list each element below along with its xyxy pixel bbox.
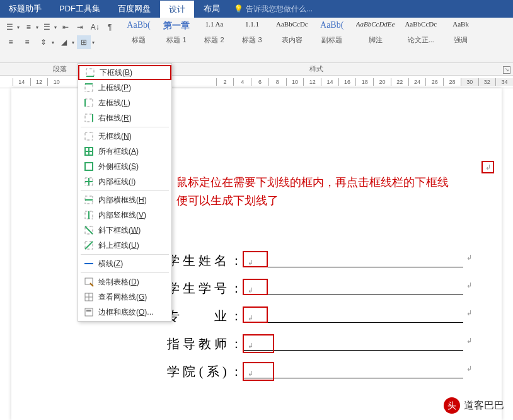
styles-gallery: AaBb(标题 第一章标题 1 1.1 Aa标题 2 1.1.1标题 3 AaB… [120, 18, 513, 62]
svg-rect-0 [86, 69, 94, 76]
svg-line-21 [85, 226, 93, 234]
numbering-button[interactable]: ≡ [22, 20, 34, 34]
multilevel-button[interactable]: ☰ [41, 20, 53, 34]
form-fields: 学生姓名： ↲↲ 学生学号： ↲↲ 专 业： ↲↲ 指导教师： ↲↲ 学院(系)… [167, 252, 463, 391]
svg-rect-31 [86, 310, 91, 312]
svg-line-23 [85, 242, 93, 249]
svg-rect-12 [85, 163, 93, 170]
border-menu-diagd[interactable]: 斜下框线(W) [78, 223, 171, 238]
field-teacher: 指导教师： ↲↲ [167, 335, 463, 363]
tab-design[interactable]: 设计 [159, 0, 195, 18]
border-menu-diagu[interactable]: 斜上框线(U) [78, 238, 171, 253]
svg-rect-4 [85, 99, 93, 107]
watermark-avatar: 头 [444, 397, 460, 414]
sort-button[interactable]: A↓ [89, 20, 101, 34]
style-body[interactable]: AaBbCcDc论文正... [400, 18, 442, 62]
annotation-text: 鼠标定位在需要下划线的框内，再点击框线栏的下框线 便可以生成下划线了 [176, 173, 449, 210]
svg-rect-2 [85, 84, 93, 91]
border-menu-outside[interactable]: 外侧框线(S) [78, 159, 171, 174]
corner-highlight: ↲ [481, 161, 494, 173]
style-heading2[interactable]: 1.1 Aa标题 2 [195, 18, 233, 62]
style-emphasis[interactable]: AaBk强调 [442, 18, 480, 62]
tab-layout[interactable]: 布局 [195, 0, 229, 18]
grid-border-icon [83, 291, 95, 303]
tab-pdf-tools[interactable]: PDF工具集 [50, 0, 109, 18]
bullets-button[interactable]: ☰ [4, 20, 16, 34]
field-major: 专 业： ↲↲ [167, 308, 463, 335]
tab-title-helper[interactable]: 标题助手 [0, 0, 50, 18]
style-footnote[interactable]: AaBbCcDdEe脚注 [351, 18, 400, 62]
bottom-border-icon [84, 67, 96, 78]
show-marks-button[interactable]: ¶ [104, 20, 116, 34]
svg-rect-6 [85, 114, 93, 122]
border-menu-none[interactable]: 无框线(N) [78, 129, 171, 144]
draw-border-icon [83, 276, 95, 288]
outside-border-icon [83, 161, 95, 172]
watermark-text: 道客巴巴 [464, 399, 504, 412]
indent-decrease-button[interactable]: ⇤ [59, 20, 71, 34]
border-menu-inside[interactable]: 内部框线(I) [78, 174, 171, 189]
border-menu-inh[interactable]: 内部横框线(H) [78, 192, 171, 207]
line-spacing-button[interactable]: ⇕ [37, 35, 50, 49]
border-menu-top[interactable]: 上框线(P) [78, 80, 171, 95]
diagd-border-icon [83, 225, 95, 236]
border-menu-hline[interactable]: 横线(Z) [78, 256, 171, 271]
inside-border-icon [83, 176, 95, 187]
border-menu-draw[interactable]: 绘制表格(D) [78, 274, 171, 289]
border-menu-right[interactable]: 右框线(R) [78, 110, 171, 125]
field-student-id: 学生学号： ↲↲ [167, 280, 463, 308]
svg-rect-8 [85, 132, 93, 140]
hline-border-icon [83, 258, 95, 269]
all-border-icon [83, 146, 95, 157]
paragraph-toolbar: ☰▾ ≡▾ ☰▾ ⇤ ⇥ A↓ ¶ ≡ ≡ ⇕▾ ◢▾ ⊞▾ [0, 18, 120, 62]
inh-border-icon [83, 194, 95, 206]
field-school: 学院(系)： ↲↲ [167, 363, 463, 391]
tell-me-search[interactable]: 💡 告诉我您想做什么... [234, 4, 313, 15]
dlg-border-icon [83, 306, 95, 318]
inv-border-icon [83, 209, 95, 221]
border-menu-bottom[interactable]: 下框线(B) [78, 65, 171, 80]
border-menu-grid[interactable]: 查看网格线(G) [78, 289, 171, 305]
none-border-icon [83, 131, 95, 142]
styles-group-label: 样式 ↘ [120, 63, 513, 75]
align-center-button[interactable]: ≡ [20, 35, 34, 49]
top-border-icon [83, 82, 95, 93]
border-menu-dlg[interactable]: 边框和底纹(O)... [78, 305, 171, 320]
watermark: 头 道客巴巴 [444, 397, 504, 414]
border-dropdown-menu: 下框线(B)上框线(P)左框线(L)右框线(R)无框线(N)所有框线(A)外侧框… [78, 63, 172, 322]
tab-baidu[interactable]: 百度网盘 [109, 0, 159, 18]
style-heading3[interactable]: 1.1.1标题 3 [233, 18, 271, 62]
svg-rect-30 [85, 308, 93, 316]
diagu-border-icon [83, 240, 95, 251]
style-heading[interactable]: AaBb(标题 [120, 18, 158, 62]
styles-dialog-launcher[interactable]: ↘ [503, 66, 510, 74]
borders-button[interactable]: ⊞ [77, 35, 91, 49]
style-table-content[interactable]: AaBbCcDc表内容 [271, 18, 313, 62]
indent-increase-button[interactable]: ⇥ [74, 20, 86, 34]
shading-button[interactable]: ◢ [57, 35, 71, 49]
tell-me-label: 告诉我您想做什么... [246, 4, 313, 15]
lightbulb-icon: 💡 [234, 4, 243, 13]
svg-rect-25 [85, 278, 93, 284]
style-heading1[interactable]: 第一章标题 1 [158, 18, 195, 62]
ribbon-tabs: 标题助手 PDF工具集 百度网盘 设计 布局 💡 告诉我您想做什么... [0, 0, 513, 18]
ribbon-content: ☰▾ ≡▾ ☰▾ ⇤ ⇥ A↓ ¶ ≡ ≡ ⇕▾ ◢▾ ⊞▾ AaBb(标题 第… [0, 18, 513, 63]
border-menu-left[interactable]: 左框线(L) [78, 95, 171, 110]
border-menu-all[interactable]: 所有框线(A) [78, 144, 171, 159]
align-left-button[interactable]: ≡ [4, 35, 18, 49]
left-border-icon [83, 97, 95, 108]
right-border-icon [83, 112, 95, 124]
style-subtitle[interactable]: AaBb(副标题 [313, 18, 351, 62]
border-menu-inv[interactable]: 内部竖框线(V) [78, 207, 171, 223]
field-student-name: 学生姓名： ↲↲ [167, 252, 463, 280]
